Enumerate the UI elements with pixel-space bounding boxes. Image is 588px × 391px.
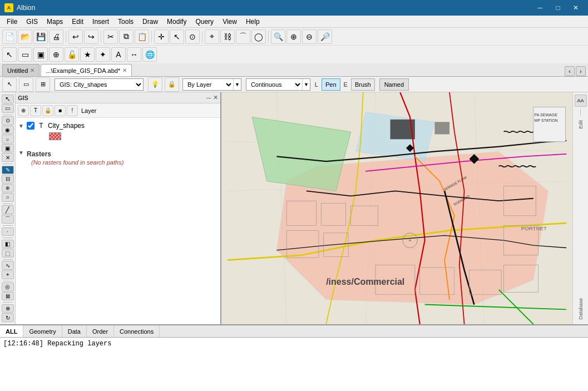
- lt-draw[interactable]: ✎: [2, 166, 14, 175]
- tab-untitled-close[interactable]: ✕: [30, 67, 34, 73]
- layer-color-swatch[interactable]: [49, 132, 61, 140]
- lt-color[interactable]: ◉: [2, 126, 14, 135]
- tb2-1[interactable]: ↖: [2, 47, 17, 62]
- open-button[interactable]: 📂: [18, 29, 32, 44]
- lt-grid[interactable]: ▣: [2, 144, 14, 153]
- rs-edit-label[interactable]: Edit: [578, 120, 584, 129]
- lt-cross[interactable]: ⊕: [2, 184, 14, 193]
- tb2-7[interactable]: ✦: [96, 47, 110, 62]
- undo-button[interactable]: ↩: [68, 29, 83, 44]
- tree-row-city[interactable]: ▼ T City_shapes: [18, 120, 218, 131]
- zoom-out-button[interactable]: ⊖: [302, 29, 317, 44]
- panel-tb-eye[interactable]: ■: [55, 105, 66, 116]
- lt-add[interactable]: ⊕: [2, 304, 14, 313]
- brush-button[interactable]: Brush: [351, 78, 375, 91]
- named-button[interactable]: Named: [379, 78, 409, 91]
- lt-refresh[interactable]: ↻: [2, 313, 14, 322]
- search-button[interactable]: 🔍: [271, 29, 285, 44]
- menu-gis[interactable]: GIS: [22, 17, 42, 27]
- pan-button[interactable]: ⊙: [185, 29, 200, 44]
- move-button[interactable]: ✛: [154, 29, 169, 44]
- panel-tb-add[interactable]: ⊕: [18, 105, 29, 116]
- gis-thumb-btn[interactable]: ⊞: [36, 77, 50, 92]
- lt-dashed[interactable]: ⬚: [2, 249, 14, 258]
- lt-remove[interactable]: ✕: [2, 153, 14, 162]
- select-button[interactable]: ↖: [170, 29, 184, 44]
- rs-font-size[interactable]: AA: [575, 95, 587, 107]
- layer-checkbox[interactable]: [27, 122, 34, 130]
- chain-button[interactable]: ⛓: [220, 29, 235, 44]
- paste-button[interactable]: 📋: [135, 29, 149, 44]
- menu-edit[interactable]: Edit: [67, 17, 88, 27]
- bottom-tab-order[interactable]: Order: [87, 325, 114, 337]
- bottom-tab-geometry[interactable]: Geometry: [23, 325, 62, 337]
- print-button[interactable]: 🖨: [49, 29, 63, 44]
- bottom-tab-connections[interactable]: Connections: [114, 325, 160, 337]
- zoom-in-button[interactable]: ⊕: [286, 29, 301, 44]
- tab-example[interactable]: ...\Example_GIS_FDA.abd* ✕: [41, 64, 132, 76]
- tree-expand-icon[interactable]: ▼: [18, 122, 24, 129]
- rasters-expand-icon[interactable]: ▼: [18, 149, 24, 156]
- tb2-10[interactable]: 🌐: [142, 47, 157, 62]
- tb2-5[interactable]: 🔓: [65, 47, 79, 62]
- lt-wave[interactable]: ∿: [2, 261, 14, 270]
- lt-rectsel[interactable]: ▭: [2, 104, 14, 113]
- measure-button[interactable]: ⌖: [205, 29, 219, 44]
- tab-prev-button[interactable]: ‹: [565, 66, 575, 76]
- menu-help[interactable]: Help: [241, 17, 264, 27]
- circle2-button[interactable]: ◯: [251, 29, 266, 44]
- lt-zoom[interactable]: ⌕: [2, 135, 14, 143]
- magnify-button[interactable]: 🔎: [318, 29, 332, 44]
- menu-modify[interactable]: Modify: [162, 17, 191, 27]
- arc2-button[interactable]: ⌒: [236, 29, 250, 44]
- bottom-tab-all[interactable]: ALL: [0, 325, 23, 337]
- tb2-4[interactable]: ⊕: [49, 47, 63, 62]
- gis-select-btn[interactable]: ↖: [2, 77, 17, 92]
- layer-lock-btn[interactable]: 🔒: [165, 77, 179, 92]
- panel-close-btn[interactable]: ✕: [213, 94, 218, 101]
- tab-untitled[interactable]: Untitled ✕: [2, 64, 39, 76]
- tab-next-button[interactable]: ›: [576, 66, 586, 76]
- linetype-select[interactable]: Continuous: [246, 79, 302, 90]
- lt-select[interactable]: ↖: [2, 95, 14, 103]
- lt-point[interactable]: ·: [2, 227, 14, 236]
- gis-rect-btn[interactable]: ▭: [19, 77, 33, 92]
- menu-insert[interactable]: Insert: [88, 17, 113, 27]
- lt-target[interactable]: ◎: [2, 283, 14, 291]
- lt-circle[interactable]: ○: [2, 193, 14, 202]
- rs-database-label[interactable]: Database: [578, 298, 584, 320]
- panel-tb-lock[interactable]: 🔒: [42, 105, 53, 116]
- save-button[interactable]: 💾: [33, 29, 48, 44]
- redo-button[interactable]: ↪: [84, 29, 98, 44]
- lt-globe[interactable]: ⊙: [2, 116, 14, 125]
- tb2-6[interactable]: ★: [80, 47, 95, 62]
- copy-button[interactable]: ⧉: [119, 29, 134, 44]
- panel-tb-alert[interactable]: !: [67, 105, 78, 116]
- menu-maps[interactable]: Maps: [42, 17, 67, 27]
- tb2-2[interactable]: ▭: [18, 47, 32, 62]
- cut-button[interactable]: ✂: [103, 29, 118, 44]
- lt-xbox[interactable]: ⊠: [2, 292, 14, 301]
- menu-draw[interactable]: Draw: [138, 17, 162, 27]
- bottom-tab-data[interactable]: Data: [62, 325, 87, 337]
- lt-halfbox[interactable]: ◧: [2, 240, 14, 249]
- lt-line[interactable]: ╱: [2, 205, 14, 214]
- minimize-button[interactable]: ─: [532, 2, 548, 13]
- maximize-button[interactable]: □: [550, 2, 566, 13]
- map-area[interactable]: /iness/Commercial PORTNET PA SEWAGE MP S…: [221, 92, 572, 324]
- menu-tools[interactable]: Tools: [113, 17, 138, 27]
- lt-marker[interactable]: ⌖: [2, 270, 14, 279]
- tb2-9[interactable]: ↔: [127, 47, 141, 62]
- by-layer-select[interactable]: By Layer: [183, 79, 233, 90]
- pen-button[interactable]: Pen: [322, 78, 340, 91]
- lt-arc[interactable]: ⌒: [2, 215, 14, 224]
- menu-query[interactable]: Query: [191, 17, 218, 27]
- tb2-3[interactable]: ▣: [33, 47, 48, 62]
- lt-minus[interactable]: ⊟: [2, 175, 14, 184]
- panel-pin-btn[interactable]: ─: [206, 94, 211, 101]
- new-button[interactable]: 📄: [2, 29, 17, 44]
- tab-example-close[interactable]: ✕: [122, 67, 127, 73]
- panel-tb-text[interactable]: T: [30, 105, 41, 116]
- tree-rasters-row[interactable]: ▼ Rasters: [18, 146, 218, 159]
- menu-view[interactable]: View: [218, 17, 241, 27]
